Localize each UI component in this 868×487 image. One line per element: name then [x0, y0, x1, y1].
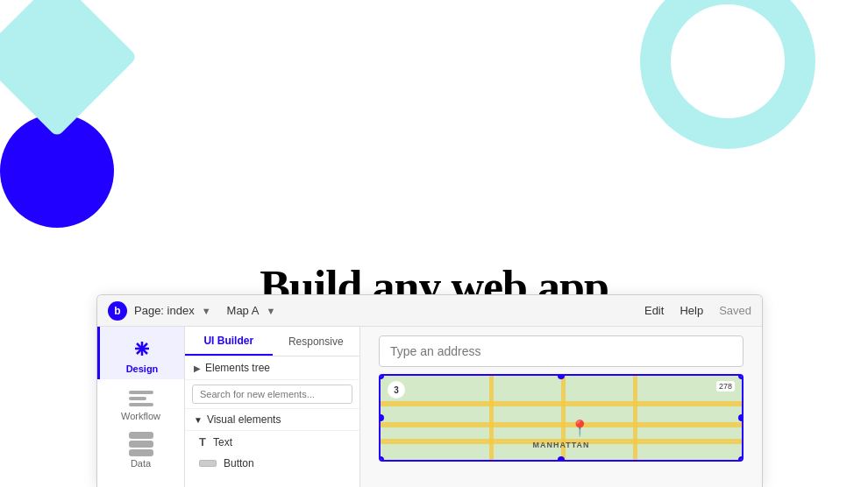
panel-tabs: UI Builder Responsive — [185, 327, 359, 356]
window-body: Design Workflow — [97, 327, 762, 487]
button-element-label: Button — [224, 457, 254, 469]
toolbar-help[interactable]: Help — [679, 304, 703, 317]
map-label-3: 3 — [388, 381, 405, 399]
elements-tree-arrow: ▶ — [194, 363, 201, 373]
sidebar-item-design[interactable]: Design — [97, 327, 184, 379]
map-text-manhattan: MANHATTAN — [532, 441, 589, 449]
design-icon — [129, 335, 155, 362]
workflow-label: Workflow — [121, 411, 160, 421]
toolbar-map-arrow: ▼ — [266, 306, 275, 316]
canvas-address-input[interactable] — [379, 335, 743, 367]
teal-ring-decoration — [640, 0, 815, 149]
search-elements-input[interactable] — [192, 385, 352, 404]
button-element-icon — [199, 460, 217, 467]
map-handle-tl[interactable] — [379, 374, 384, 379]
sidebar: Design Workflow — [97, 327, 185, 487]
tab-responsive[interactable]: Responsive — [273, 327, 360, 356]
text-element-item[interactable]: T Text — [185, 431, 359, 453]
map-label-278: 278 — [716, 381, 735, 392]
toolbar-map-label: Map A — [227, 304, 260, 317]
design-label: Design — [126, 363, 159, 374]
map-handle-tr[interactable] — [738, 374, 743, 379]
teal-diamond-decoration — [0, 0, 138, 138]
workflow-icon — [125, 388, 157, 409]
visual-elements-arrow: ▼ — [194, 415, 203, 425]
visual-elements-label: Visual elements — [207, 413, 281, 426]
map-handle-br[interactable] — [738, 456, 743, 462]
app-preview-window: b Page: index ▼ Map A ▼ Edit Help Saved — [96, 294, 763, 487]
window-toolbar: b Page: index ▼ Map A ▼ Edit Help Saved — [97, 295, 762, 327]
text-element-icon: T — [199, 435, 206, 448]
sidebar-item-data[interactable]: Data — [97, 425, 184, 472]
tab-ui-builder[interactable]: UI Builder — [185, 327, 273, 356]
map-handle-bl[interactable] — [379, 456, 384, 462]
ui-builder-panel: UI Builder Responsive ▶ Elements tree ▼ … — [185, 327, 360, 487]
search-elements-container — [185, 380, 359, 409]
button-element-item[interactable]: Button — [185, 453, 359, 474]
map-handle-mr[interactable] — [738, 414, 743, 421]
toolbar-saved: Saved — [719, 304, 751, 317]
data-icon — [129, 432, 153, 456]
map-handle-bc[interactable] — [558, 456, 565, 462]
data-label: Data — [131, 458, 151, 469]
elements-tree-row[interactable]: ▶ Elements tree — [185, 356, 359, 380]
visual-elements-row[interactable]: ▼ Visual elements — [185, 409, 359, 431]
app-logo: b — [108, 301, 127, 321]
toolbar-page-label: Page: index — [134, 304, 195, 317]
toolbar-page-arrow: ▼ — [202, 306, 211, 316]
toolbar-edit[interactable]: Edit — [644, 304, 664, 317]
canvas-area: 3 278 📍 MANHATTAN — [360, 327, 762, 487]
elements-tree-label: Elements tree — [205, 362, 270, 374]
map-handle-ml[interactable] — [379, 414, 384, 421]
text-element-label: Text — [213, 436, 232, 448]
canvas-map[interactable]: 3 278 📍 MANHATTAN — [379, 374, 743, 462]
map-pin: 📍 — [570, 419, 589, 438]
sidebar-item-workflow[interactable]: Workflow — [97, 381, 184, 425]
